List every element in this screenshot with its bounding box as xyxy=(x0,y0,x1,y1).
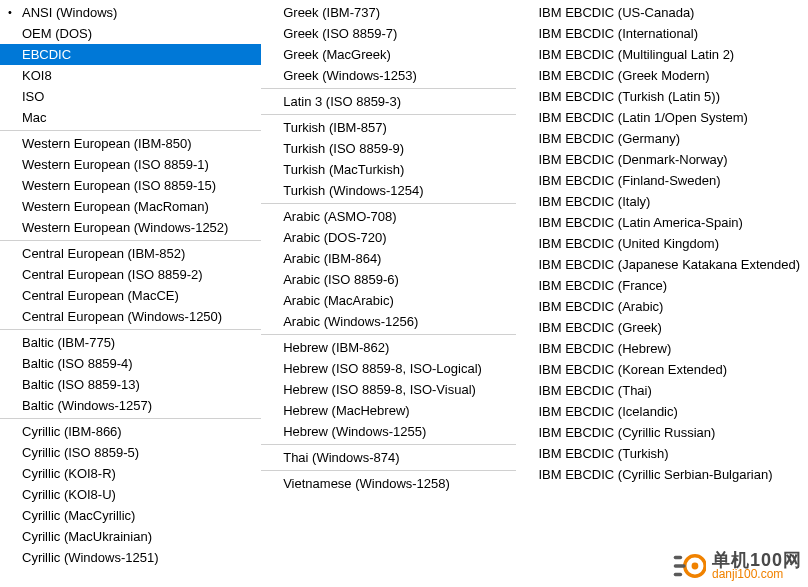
menu-item[interactable]: Latin 3 (ISO 8859-3) xyxy=(261,91,516,112)
menu-item[interactable]: IBM EBCDIC (International) xyxy=(516,23,808,44)
menu-item[interactable]: OEM (DOS) xyxy=(0,23,261,44)
separator xyxy=(261,114,516,115)
menu-item[interactable]: Vietnamese (Windows-1258) xyxy=(261,473,516,494)
menu-item[interactable]: IBM EBCDIC (Finland-Sweden) xyxy=(516,170,808,191)
menu-item[interactable]: Western European (ISO 8859-1) xyxy=(0,154,261,175)
menu-item[interactable]: Central European (IBM-852) xyxy=(0,243,261,264)
menu-item[interactable]: Turkish (MacTurkish) xyxy=(261,159,516,180)
menu-item[interactable]: Western European (IBM-850) xyxy=(0,133,261,154)
menu-item[interactable]: IBM EBCDIC (Korean Extended) xyxy=(516,359,808,380)
menu-item[interactable]: Arabic (Windows-1256) xyxy=(261,311,516,332)
menu-item[interactable]: IBM EBCDIC (Cyrillic Serbian-Bulgarian) xyxy=(516,464,808,485)
encoding-menu: ANSI (Windows)OEM (DOS)EBCDICKOI8ISOMacW… xyxy=(0,0,808,587)
separator xyxy=(261,88,516,89)
menu-item[interactable]: IBM EBCDIC (Arabic) xyxy=(516,296,808,317)
menu-item[interactable]: Western European (Windows-1252) xyxy=(0,217,261,238)
menu-item[interactable]: Central European (Windows-1250) xyxy=(0,306,261,327)
column-2: Greek (IBM-737)Greek (ISO 8859-7)Greek (… xyxy=(261,0,516,587)
menu-item[interactable]: Arabic (MacArabic) xyxy=(261,290,516,311)
menu-item[interactable]: Greek (IBM-737) xyxy=(261,2,516,23)
menu-item[interactable]: Hebrew (IBM-862) xyxy=(261,337,516,358)
menu-item[interactable]: Cyrillic (Windows-1251) xyxy=(0,547,261,568)
menu-item[interactable]: Baltic (ISO 8859-4) xyxy=(0,353,261,374)
menu-item[interactable]: Cyrillic (MacUkrainian) xyxy=(0,526,261,547)
menu-item[interactable]: IBM EBCDIC (Turkish (Latin 5)) xyxy=(516,86,808,107)
menu-item[interactable]: Arabic (ASMO-708) xyxy=(261,206,516,227)
menu-item[interactable]: Greek (Windows-1253) xyxy=(261,65,516,86)
separator xyxy=(261,470,516,471)
menu-item[interactable]: Baltic (IBM-775) xyxy=(0,332,261,353)
menu-item[interactable]: IBM EBCDIC (Multilingual Latin 2) xyxy=(516,44,808,65)
menu-item[interactable]: Hebrew (ISO 8859-8, ISO-Logical) xyxy=(261,358,516,379)
menu-item[interactable]: Greek (MacGreek) xyxy=(261,44,516,65)
menu-item[interactable]: Baltic (ISO 8859-13) xyxy=(0,374,261,395)
menu-item[interactable]: Turkish (IBM-857) xyxy=(261,117,516,138)
menu-item[interactable]: Greek (ISO 8859-7) xyxy=(261,23,516,44)
separator xyxy=(261,334,516,335)
menu-item[interactable]: Turkish (ISO 8859-9) xyxy=(261,138,516,159)
menu-item[interactable]: IBM EBCDIC (Latin 1/Open System) xyxy=(516,107,808,128)
menu-item[interactable]: Cyrillic (KOI8-R) xyxy=(0,463,261,484)
menu-item[interactable]: IBM EBCDIC (United Kingdom) xyxy=(516,233,808,254)
menu-item[interactable]: Central European (ISO 8859-2) xyxy=(0,264,261,285)
column-3: IBM EBCDIC (US-Canada)IBM EBCDIC (Intern… xyxy=(516,0,808,587)
menu-item[interactable]: IBM EBCDIC (Japanese Katakana Extended) xyxy=(516,254,808,275)
menu-item[interactable]: IBM EBCDIC (Thai) xyxy=(516,380,808,401)
menu-item[interactable]: Hebrew (ISO 8859-8, ISO-Visual) xyxy=(261,379,516,400)
column-1: ANSI (Windows)OEM (DOS)EBCDICKOI8ISOMacW… xyxy=(0,0,261,587)
menu-item[interactable]: IBM EBCDIC (Hebrew) xyxy=(516,338,808,359)
menu-item[interactable]: Cyrillic (ISO 8859-5) xyxy=(0,442,261,463)
menu-item[interactable]: Hebrew (Windows-1255) xyxy=(261,421,516,442)
menu-item[interactable]: IBM EBCDIC (Greek) xyxy=(516,317,808,338)
menu-item[interactable]: Western European (MacRoman) xyxy=(0,196,261,217)
menu-item[interactable]: Cyrillic (IBM-866) xyxy=(0,421,261,442)
menu-item[interactable]: IBM EBCDIC (Germany) xyxy=(516,128,808,149)
menu-item[interactable]: IBM EBCDIC (Denmark-Norway) xyxy=(516,149,808,170)
separator xyxy=(0,130,261,131)
menu-item[interactable]: Arabic (DOS-720) xyxy=(261,227,516,248)
separator xyxy=(0,329,261,330)
menu-item[interactable]: IBM EBCDIC (Cyrillic Russian) xyxy=(516,422,808,443)
menu-item[interactable]: IBM EBCDIC (Turkish) xyxy=(516,443,808,464)
menu-item[interactable]: IBM EBCDIC (US-Canada) xyxy=(516,2,808,23)
menu-item[interactable]: KOI8 xyxy=(0,65,261,86)
menu-item[interactable]: Baltic (Windows-1257) xyxy=(0,395,261,416)
separator xyxy=(261,203,516,204)
menu-item[interactable]: ANSI (Windows) xyxy=(0,2,261,23)
separator xyxy=(261,444,516,445)
menu-item[interactable]: Mac xyxy=(0,107,261,128)
menu-item[interactable]: IBM EBCDIC (Icelandic) xyxy=(516,401,808,422)
menu-item[interactable]: IBM EBCDIC (Italy) xyxy=(516,191,808,212)
menu-item[interactable]: IBM EBCDIC (France) xyxy=(516,275,808,296)
menu-item[interactable]: Cyrillic (KOI8-U) xyxy=(0,484,261,505)
menu-item[interactable]: Hebrew (MacHebrew) xyxy=(261,400,516,421)
menu-item[interactable]: ISO xyxy=(0,86,261,107)
separator xyxy=(0,240,261,241)
separator xyxy=(0,418,261,419)
menu-item[interactable]: Central European (MacCE) xyxy=(0,285,261,306)
menu-item[interactable]: Turkish (Windows-1254) xyxy=(261,180,516,201)
menu-item[interactable]: Thai (Windows-874) xyxy=(261,447,516,468)
menu-item[interactable]: EBCDIC xyxy=(0,44,261,65)
menu-item[interactable]: Western European (ISO 8859-15) xyxy=(0,175,261,196)
menu-item[interactable]: Cyrillic (MacCyrillic) xyxy=(0,505,261,526)
menu-item[interactable]: IBM EBCDIC (Latin America-Spain) xyxy=(516,212,808,233)
menu-item[interactable]: Arabic (ISO 8859-6) xyxy=(261,269,516,290)
menu-item[interactable]: IBM EBCDIC (Greek Modern) xyxy=(516,65,808,86)
menu-item[interactable]: Arabic (IBM-864) xyxy=(261,248,516,269)
